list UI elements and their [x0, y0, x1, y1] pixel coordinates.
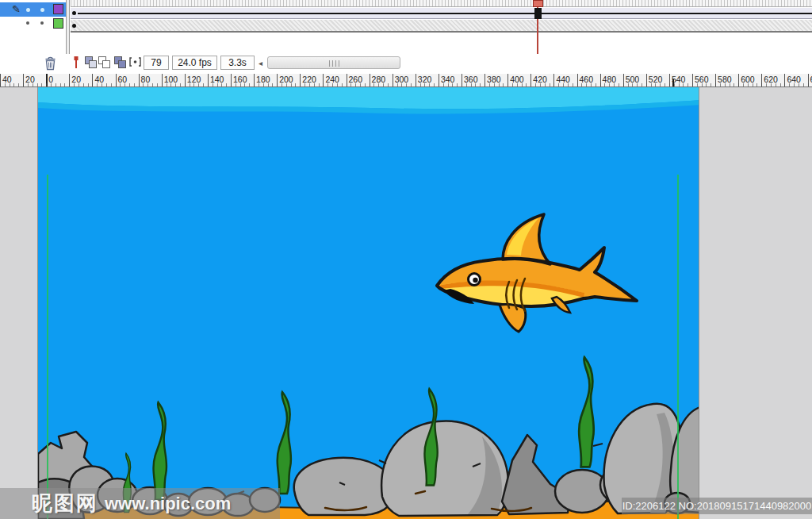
- ruler-tick: [577, 74, 578, 86]
- ruler-label: 100: [164, 75, 178, 84]
- ruler-tick: [553, 74, 554, 86]
- layer-visibility-dot[interactable]: [26, 8, 30, 12]
- layer-visibility-dot[interactable]: [26, 21, 29, 25]
- ruler-label: 440: [556, 75, 570, 84]
- nipic-logo: 昵图网: [32, 490, 98, 517]
- ruler-label: 160: [233, 75, 247, 84]
- current-frame-highlight: [534, 8, 542, 19]
- scene-artwork: [38, 87, 699, 519]
- ruler-tick: [808, 74, 809, 86]
- horizontal-ruler[interactable]: 4020020406080100120140160180200220240260…: [0, 74, 812, 87]
- ruler-guide-marker: [672, 79, 674, 86]
- timeline-toolbar: 79 24.0 fps 3.3s ◂: [0, 54, 812, 73]
- layer-1-frames[interactable]: [71, 8, 812, 19]
- ruler-tick: [277, 74, 278, 86]
- elapsed-time-field[interactable]: 3.3s: [220, 56, 255, 70]
- ruler-tick: [485, 74, 485, 86]
- ruler-label: 220: [302, 75, 316, 84]
- ruler-label: 40: [2, 75, 12, 84]
- frame-rate-field[interactable]: 24.0 fps: [172, 56, 217, 70]
- ruler-tick: [462, 74, 462, 86]
- onion-skin-outlines-icon[interactable]: [98, 56, 111, 69]
- scrollbar-grip: [329, 60, 340, 67]
- layer-lock-dot[interactable]: [40, 21, 44, 25]
- ruler-tick: [23, 74, 24, 86]
- ruler-tick: [738, 74, 739, 86]
- ruler-tick: [646, 74, 647, 86]
- layer-row-1[interactable]: ✎: [0, 2, 66, 17]
- ruler-label: 60: [118, 75, 128, 84]
- layer-outline-swatch[interactable]: [53, 18, 63, 29]
- nipic-url: www.nipic.com: [105, 494, 231, 514]
- layer-2-frames[interactable]: [71, 20, 812, 33]
- ruler-tick: [439, 74, 439, 86]
- flash-editor-window: ✎: [0, 0, 812, 519]
- layer-lock-dot[interactable]: [40, 8, 44, 12]
- ruler-tick: [600, 74, 601, 86]
- ruler-tick: [784, 74, 785, 86]
- ruler-label: 20: [25, 75, 35, 84]
- timeline-panel: ✎: [0, 0, 812, 73]
- ruler-tick: [416, 74, 416, 86]
- ruler-tick: [508, 74, 508, 86]
- ruler-label: 200: [279, 75, 293, 84]
- ruler-tick: [761, 74, 762, 86]
- ruler-tick: [669, 74, 670, 86]
- ruler-tick: [323, 74, 324, 86]
- frame-number-header[interactable]: [71, 0, 812, 7]
- pencil-edit-icon: ✎: [12, 3, 21, 15]
- ruler-tick: [347, 74, 347, 86]
- shark-pupil: [473, 278, 477, 283]
- ruler-label: 180: [256, 75, 270, 84]
- ruler-tick: [69, 74, 70, 86]
- ruler-tick: [530, 74, 531, 86]
- ruler-label: 340: [441, 75, 455, 84]
- center-frame-icon[interactable]: [71, 56, 82, 70]
- ruler-label: 120: [187, 75, 201, 84]
- ruler-label: 620: [764, 75, 778, 84]
- guide-line-left[interactable]: [47, 175, 48, 519]
- layer-row-2[interactable]: [0, 17, 66, 30]
- ruler-label: 360: [464, 75, 478, 84]
- ruler-tick: [185, 74, 186, 86]
- ruler-tick: [254, 74, 255, 86]
- ruler-tick: [370, 74, 370, 86]
- ruler-label: 380: [487, 75, 501, 84]
- ruler-label: 640: [787, 75, 801, 84]
- tween-span-line: [78, 13, 812, 14]
- keyframe-dot: [72, 11, 76, 15]
- layer-outline-swatch[interactable]: [53, 4, 63, 14]
- ruler-label: 80: [141, 75, 151, 84]
- playhead[interactable]: [533, 0, 543, 7]
- ruler-label: 40: [94, 75, 104, 84]
- ruler-tick: [231, 74, 232, 86]
- ruler-label: 260: [349, 75, 363, 84]
- ruler-label: 280: [372, 75, 386, 84]
- ruler-label: 600: [741, 75, 755, 84]
- ruler-tick: [0, 74, 1, 86]
- watermark-id-label: ID:2206122 NO:20180915171440982000: [622, 498, 812, 514]
- ruler-tick: [46, 74, 48, 86]
- modify-markers-icon[interactable]: [128, 56, 142, 69]
- ruler-tick: [623, 74, 624, 86]
- ruler-tick: [162, 74, 163, 86]
- watermark-bar-left: 昵图网 www.nipic.com: [0, 488, 280, 519]
- edit-multiple-frames-icon[interactable]: [113, 56, 127, 69]
- stage[interactable]: [37, 87, 699, 519]
- ruler-label: 580: [718, 75, 732, 84]
- guide-line-right[interactable]: [677, 175, 679, 519]
- current-frame-field[interactable]: 79: [144, 56, 169, 70]
- ruler-label: 520: [649, 75, 663, 84]
- pasteboard[interactable]: [0, 87, 812, 519]
- ruler-label: 400: [510, 75, 524, 84]
- onion-skin-icon[interactable]: [84, 56, 98, 69]
- keyframe-dot: [72, 24, 76, 28]
- scrollbar-left-arrow[interactable]: ◂: [255, 57, 266, 69]
- timeline-scrollbar-thumb[interactable]: [267, 56, 400, 69]
- trash-icon[interactable]: [44, 56, 57, 71]
- ruler-label: 460: [580, 75, 594, 84]
- ruler-label: 480: [603, 75, 617, 84]
- ruler-label: 320: [418, 75, 432, 84]
- ruler-tick: [116, 74, 117, 86]
- ruler-tick: [715, 74, 716, 86]
